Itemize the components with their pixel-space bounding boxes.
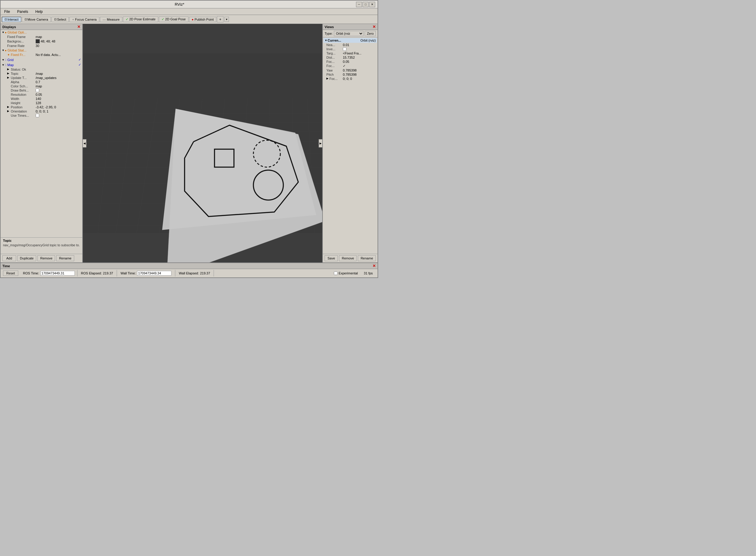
global-status-expand: ▼ <box>2 49 5 52</box>
select-button[interactable]: ⊡ Select <box>51 17 69 22</box>
map-drawbehi-row[interactable]: Draw Behi... <box>6 88 82 93</box>
view-targ-label: Targ... <box>326 51 343 55</box>
use-timestamps-checkbox[interactable] <box>36 114 39 117</box>
measure-label: Measure <box>107 18 120 21</box>
view-inve-row[interactable]: Inve... <box>325 47 377 51</box>
map-position-row[interactable]: ▶ Position -3.42; -2.95; 0 <box>6 105 82 109</box>
reset-button[interactable]: Reset <box>3 271 18 276</box>
move-camera-button[interactable]: ⊡ Move Camera <box>22 17 51 22</box>
map-width-row[interactable]: Width 140 <box>6 97 82 101</box>
experimental-checkbox[interactable] <box>334 271 337 275</box>
draw-behind-checkbox[interactable] <box>36 89 39 92</box>
map-update-expand: ▶ <box>7 76 11 80</box>
views-panel-header: Views ✕ <box>323 24 377 30</box>
map-usetimes-row[interactable]: Use Times... <box>6 113 82 117</box>
map-topic-row[interactable]: ▶ Topic /map <box>6 72 82 76</box>
map-resolution-row[interactable]: Resolution 0.05 <box>6 93 82 97</box>
remove-button[interactable]: Remove <box>37 255 55 261</box>
interact-button[interactable]: ⊡ Interact <box>2 17 21 22</box>
views-panel-close[interactable]: ✕ <box>372 25 376 29</box>
publish-point-button[interactable]: ● Publish Point <box>189 17 217 22</box>
view-foc2-row[interactable]: Foc... ✓ <box>325 64 377 68</box>
views-type-dropdown[interactable]: Orbit (rviz <box>334 31 363 36</box>
toolbar-dropdown-arrow[interactable]: ▾ <box>224 17 229 22</box>
wall-time-label: Wall Time: <box>120 271 136 275</box>
map-colorsch-spacer <box>7 84 11 88</box>
frame-rate-row[interactable]: Frame Rate 30 <box>6 44 82 48</box>
map-status-row[interactable]: ▶ Status: Ok <box>6 67 82 72</box>
background-value: 48; 48; 48 <box>41 39 56 43</box>
view-foc3-row[interactable]: ▶ Foc... 0; 0; 0 <box>325 77 377 81</box>
displays-panel-header: Displays ✕ <box>1 24 82 30</box>
map-resolution-spacer <box>7 93 11 96</box>
views-action-buttons: Save Remove Rename <box>323 254 377 263</box>
close-button[interactable]: ✕ <box>369 2 375 7</box>
view-inve-checkbox[interactable] <box>343 47 347 51</box>
view-pitch-row[interactable]: Pitch 0.785398 <box>325 72 377 77</box>
views-rename-button[interactable]: Rename <box>358 255 376 261</box>
global-options-header[interactable]: ▼ ● Global Opti... <box>1 30 82 35</box>
wall-time-input[interactable] <box>137 271 172 276</box>
menu-file[interactable]: File <box>2 9 12 14</box>
map-colorsch-row[interactable]: Color Sch... map <box>6 84 82 88</box>
viewport[interactable]: ◀ ▶ <box>83 24 322 263</box>
view-near-row[interactable]: Nea... 0.01 <box>325 43 377 47</box>
menu-help[interactable]: Help <box>33 9 45 14</box>
view-targ-row[interactable]: Targ... <Fixed Fra... <box>325 51 377 55</box>
current-view-header[interactable]: ▼ Curren... Orbit (rviz) <box>323 38 377 43</box>
global-status-label: Global Stat... <box>7 48 27 52</box>
fixed-frame-row[interactable]: Fixed Frame map <box>6 35 82 39</box>
add-tool-button[interactable]: + <box>217 16 223 23</box>
2d-goal-button[interactable]: ✓ 2D Goal Pose <box>159 16 188 22</box>
global-status-header[interactable]: ▼ ● Global Stat... <box>1 48 82 53</box>
map-header[interactable]: ▼ :: Map ✓ <box>1 62 82 67</box>
wall-elapsed-value: 219.37 <box>200 271 210 275</box>
left-panel-collapse[interactable]: ◀ <box>83 139 86 147</box>
view-foc3-value: 0; 0; 0 <box>343 77 352 80</box>
focus-camera-button[interactable]: + Focus Camera <box>69 17 99 22</box>
frame-rate-value: 30 <box>36 44 39 47</box>
rename-button[interactable]: Rename <box>56 255 74 261</box>
focus-camera-label: Focus Camera <box>75 18 97 21</box>
wall-elapsed-label: Wall Elapsed: <box>179 271 199 275</box>
view-dist-row[interactable]: Dist... 15.7352 <box>325 55 377 60</box>
fixed-fr-row[interactable]: ✦ Fixed Fr... No tf data. Actu... <box>6 53 82 57</box>
map-update-row[interactable]: ▶ Update T... /map_updates <box>6 76 82 80</box>
right-panel-collapse[interactable]: ▶ <box>319 139 322 147</box>
map-height-label: Height <box>11 101 36 105</box>
time-panel-close[interactable]: ✕ <box>372 264 376 268</box>
background-row[interactable]: Backgrou... 48; 48; 48 <box>6 39 82 44</box>
views-remove-button[interactable]: Remove <box>339 255 357 261</box>
map-orientation-row[interactable]: ▶ Orientation 0; 0; 0; 1 <box>6 109 82 113</box>
displays-panel-close[interactable]: ✕ <box>77 25 80 29</box>
view-foc1-row[interactable]: Foc... 0.05 <box>325 60 377 64</box>
view-foc3-expand: ▶ <box>326 77 329 80</box>
displays-panel-title: Displays <box>2 25 16 29</box>
grid-label: Grid <box>7 58 78 62</box>
displays-tree[interactable]: ▼ ● Global Opti... Fixed Frame map Backg… <box>1 30 82 237</box>
views-save-button[interactable]: Save <box>325 255 338 261</box>
menu-panels[interactable]: Panels <box>15 9 31 14</box>
map-alpha-row[interactable]: Alpha 0.7 <box>6 80 82 84</box>
time-section: Time ✕ Reset ROS Time: ROS Elapsed: 219.… <box>1 263 377 277</box>
experimental-label: Experimental <box>339 271 358 275</box>
map-expand: ▼ <box>2 63 5 66</box>
grid-header[interactable]: ▼ :: Grid ✓ <box>1 57 82 62</box>
map-width-value: 140 <box>36 97 41 101</box>
add-button[interactable]: Add <box>2 255 16 261</box>
views-zero-button[interactable]: Zero <box>365 31 376 36</box>
measure-button[interactable]: — Measure <box>100 17 122 22</box>
displays-action-buttons: Add Duplicate Remove Rename <box>1 254 82 263</box>
minimize-button[interactable]: ─ <box>356 2 362 7</box>
map-item: ▼ :: Map ✓ ▶ Status: Ok ▶ <box>1 62 82 117</box>
duplicate-button[interactable]: Duplicate <box>17 255 36 261</box>
view-dist-label: Dist... <box>326 56 343 59</box>
map-height-row[interactable]: Height 128 <box>6 101 82 105</box>
map-resolution-label: Resolution <box>11 93 36 96</box>
2d-pose-button[interactable]: ✓ 2D Pose Estimate <box>123 16 158 22</box>
maximize-button[interactable]: □ <box>363 2 368 7</box>
ros-time-input[interactable] <box>40 271 75 276</box>
view-yaw-row[interactable]: Yaw 0.785398 <box>325 68 377 72</box>
views-tree[interactable]: ▼ Curren... Orbit (rviz) Nea... 0.01 Inv <box>323 37 377 254</box>
select-icon: ⊡ <box>54 18 57 21</box>
